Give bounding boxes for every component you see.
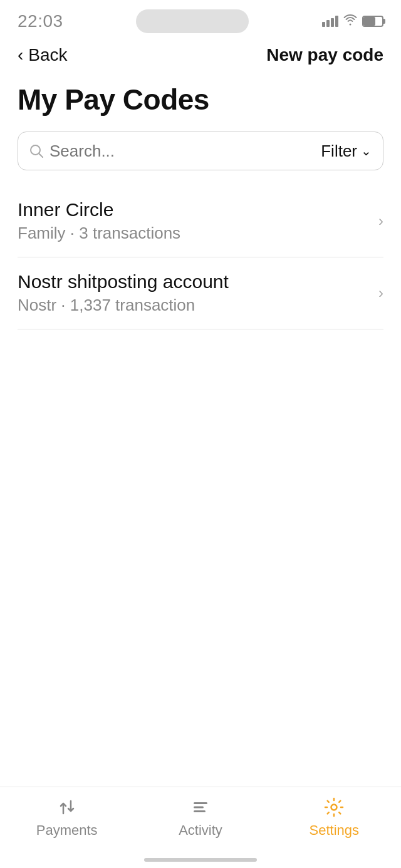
pay-code-subtitle: Family · 3 transactions xyxy=(18,224,371,243)
svg-point-7 xyxy=(331,805,337,810)
status-bar: 22:03 xyxy=(0,0,401,34)
payments-icon xyxy=(57,796,77,819)
home-indicator xyxy=(144,858,257,862)
svg-rect-6 xyxy=(194,810,206,812)
back-button[interactable]: ‹ Back xyxy=(18,45,68,65)
list-item-content: Inner Circle Family · 3 transactions xyxy=(18,199,371,243)
search-icon xyxy=(29,144,43,158)
payments-tab-label: Payments xyxy=(36,822,98,839)
status-icons xyxy=(322,14,383,29)
nav-header: ‹ Back New pay code xyxy=(0,34,401,73)
list-item[interactable]: Nostr shitposting account Nostr · 1,337 … xyxy=(18,257,383,329)
tab-settings[interactable]: Settings xyxy=(284,796,384,839)
filter-label: Filter xyxy=(321,142,357,161)
pay-code-name: Nostr shitposting account xyxy=(18,271,371,292)
new-pay-code-button[interactable]: New pay code xyxy=(266,45,383,65)
filter-chevron-icon: ⌄ xyxy=(361,143,372,158)
dynamic-island xyxy=(136,9,249,33)
wifi-icon xyxy=(343,14,357,29)
page-title: My Pay Codes xyxy=(0,73,401,132)
pay-code-subtitle: Nostr · 1,337 transaction xyxy=(18,296,371,315)
pay-code-name: Inner Circle xyxy=(18,199,371,220)
list-item-content: Nostr shitposting account Nostr · 1,337 … xyxy=(18,271,371,315)
svg-rect-5 xyxy=(194,807,204,809)
list-item[interactable]: Inner Circle Family · 3 transactions › xyxy=(18,185,383,257)
tab-bar: Payments Activity Settings xyxy=(0,787,401,868)
settings-tab-label: Settings xyxy=(310,822,360,839)
svg-rect-4 xyxy=(194,802,207,804)
tab-activity[interactable]: Activity xyxy=(150,796,251,839)
back-label: Back xyxy=(28,45,67,65)
activity-tab-label: Activity xyxy=(179,822,222,839)
list-item-chevron-icon: › xyxy=(378,284,383,302)
filter-button[interactable]: Filter ⌄ xyxy=(321,142,372,161)
signal-icon xyxy=(322,16,338,27)
search-bar[interactable]: Filter ⌄ xyxy=(18,132,383,170)
list-item-chevron-icon: › xyxy=(378,212,383,230)
status-time: 22:03 xyxy=(18,11,63,31)
search-input[interactable] xyxy=(49,142,321,161)
settings-icon xyxy=(324,796,344,819)
pay-codes-list: Inner Circle Family · 3 transactions › N… xyxy=(0,185,401,329)
svg-point-0 xyxy=(31,145,40,155)
tab-payments[interactable]: Payments xyxy=(17,796,117,839)
battery-icon xyxy=(362,16,383,27)
svg-line-1 xyxy=(39,154,43,158)
back-chevron-icon: ‹ xyxy=(18,45,23,65)
activity-icon xyxy=(190,796,211,819)
